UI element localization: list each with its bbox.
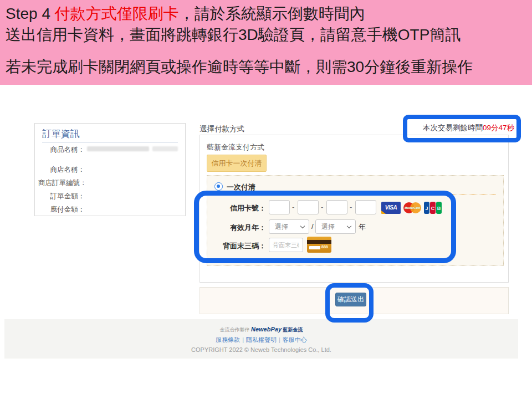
chevron-down-icon [300,224,305,228]
banner-highlight-text: 付款方式僅限刷卡 [55,5,179,22]
footer-links: 服務條款|隱私權聲明|客服中心 [4,336,518,344]
partner-label: 金流合作夥伴 [219,327,249,332]
banner-line-2: 送出信用卡資料，畫面將跳轉銀行3D驗證頁，請留意手機OTP簡訊 [6,24,461,45]
card-dash-3: - [350,203,352,211]
banner-step-label: Step 4 [6,5,55,22]
jcb-letter-c: C [430,202,436,214]
order-info-title: 訂單資訊 [42,127,80,140]
link-separator: | [242,336,244,343]
card-brand-logos: VISA MasterCard J C B [381,202,442,214]
onetime-pay-radio[interactable] [214,182,223,191]
page: Step 4 付款方式僅限刷卡，請於系統顯示倒數時間內 送出信用卡資料，畫面將跳… [0,0,532,399]
expiry-separator: / [311,222,314,231]
onetime-pay-label[interactable]: 一次付清 [227,182,255,192]
terms-link[interactable]: 服務條款 [216,336,240,343]
jcb-letter-j: J [424,202,429,214]
radio-dot-icon [217,185,220,188]
instruction-banner: Step 4 付款方式僅限刷卡，請於系統顯示倒數時間內 送出信用卡資料，畫面將跳… [0,0,532,85]
card-number-input-1[interactable] [269,200,290,214]
order-field-store-name: 商店名稱： [38,165,85,175]
newebpay-logo: NewebPay [251,326,282,332]
expiry-month-value: 選擇 [275,223,288,231]
credit-card-form: 一次付清 信用卡號： - - - VISA MasterCard J C [207,175,504,266]
page-footer: 金流合作夥伴 NewebPay 藍新金流 服務條款|隱私權聲明|客服中心 COP… [4,319,518,359]
card-number-input-2[interactable] [298,200,319,214]
card-dash-2: - [321,203,323,211]
jcb-logo-icon: J C B [424,202,442,214]
banner-line-3: 若未完成刷卡關閉網頁或操作逾時等等中斷，則需30分鐘後重新操作 [6,57,473,78]
chevron-down-icon [347,224,351,228]
expiry-label: 有效月年： [214,223,266,233]
expiry-year-value: 選擇 [321,223,335,231]
card-signature-strip [309,246,320,249]
order-title-divider [42,142,178,142]
card-number-label: 信用卡號： [214,203,266,213]
expiry-month-select[interactable]: 選擇 [269,219,309,234]
card-magnetic-stripe [307,240,331,244]
cvc-input[interactable] [269,238,303,252]
link-separator: | [279,336,280,343]
tab-credit-card-onetime[interactable]: 信用卡一次付清 [207,155,267,172]
visa-logo-icon: VISA [381,202,401,214]
redacted-product-name-2 [152,146,178,151]
privacy-link[interactable]: 隱私權聲明 [246,336,277,343]
expiry-year-select[interactable]: 選擇 [315,219,356,234]
order-field-product-name: 商品名稱： [38,145,85,155]
provider-label: 藍新金流支付方式 [207,142,264,152]
countdown-label: 本次交易剩餘時間 [423,124,483,132]
order-info-panel: 訂單資訊 商品名稱： 商店名稱： 商店訂單編號： 訂單金額： 應付金額： [34,123,186,216]
visa-wordmark: VISA [385,204,397,211]
year-suffix-label: 年 [359,222,366,232]
payment-section-title: 選擇付款方式 [200,124,244,134]
order-field-order-amount: 訂單金額： [38,192,85,201]
mastercard-wordmark: MasterCard [403,206,422,209]
card-number-input-4[interactable] [355,200,376,214]
jcb-letter-b: B [436,202,442,214]
redacted-product-name [87,146,149,151]
order-field-payable-amount: 應付金額： [38,205,85,214]
newebpay-logo-cn: 藍新金流 [283,327,303,332]
cvc-card-hint-icon: 888 [307,237,331,253]
confirm-submit-button[interactable]: 確認送出 [335,293,366,306]
card-number-input-3[interactable] [326,200,347,214]
countdown-value: 09分47秒 [483,124,514,132]
card-dash-1: - [292,203,294,211]
mastercard-logo-icon: MasterCard [403,202,422,214]
footer-partner-line: 金流合作夥伴 NewebPay 藍新金流 [4,326,518,334]
cvc-label: 背面末三碼： [214,241,266,251]
order-field-order-number: 商店訂單編號： [38,178,85,188]
visa-gold-accent [381,211,386,214]
support-link[interactable]: 客服中心 [283,336,307,343]
cvc-sample-number: 888 [321,245,328,249]
banner-line-1-rest: ，請於系統顯示倒數時間內 [179,5,365,22]
banner-line-1: Step 4 付款方式僅限刷卡，請於系統顯示倒數時間內 [6,3,365,24]
transaction-countdown: 本次交易剩餘時間09分47秒 [407,123,514,133]
copyright-text: COPYRIGHT 2022 © Neweb Technologies Co.,… [4,346,518,353]
dotted-divider [214,194,496,195]
payment-method-box: 藍新金流支付方式 信用卡一次付清 一次付清 信用卡號： - - - VISA M… [200,135,509,283]
